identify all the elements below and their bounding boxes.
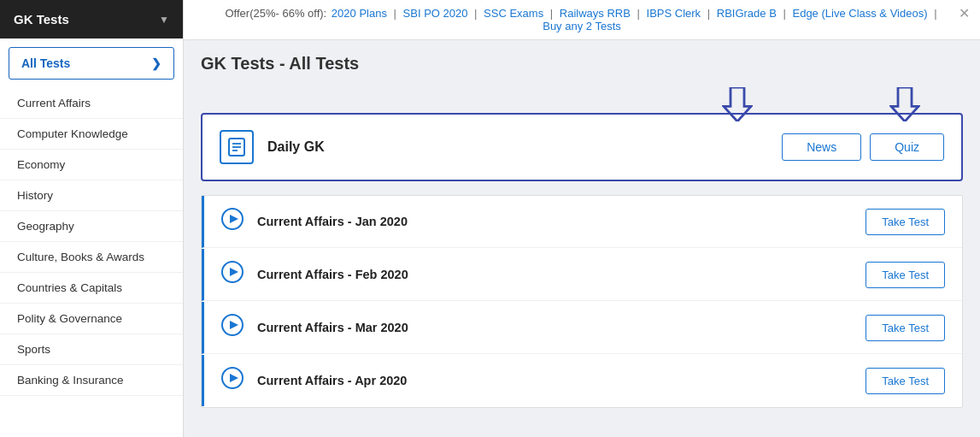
test-item-apr: Current Affairs - Apr 2020 Take Test — [202, 355, 962, 406]
take-test-button-feb[interactable]: Take Test — [866, 262, 945, 288]
daily-gk-icon — [220, 130, 254, 164]
page-title: GK Tests - All Tests — [201, 54, 963, 74]
play-icon — [221, 208, 244, 235]
svg-marker-1 — [891, 87, 918, 121]
test-item-feb: Current Affairs - Feb 2020 Take Test — [202, 249, 962, 301]
sidebar-title: GK Tests — [14, 12, 69, 27]
svg-marker-13 — [230, 374, 238, 382]
take-test-button-apr[interactable]: Take Test — [866, 368, 945, 394]
sidebar-item-geography[interactable]: Geography — [0, 211, 183, 242]
daily-gk-title: Daily GK — [267, 139, 773, 155]
sidebar-item-culture[interactable]: Culture, Books & Awards — [0, 242, 183, 273]
offer-bar: Offer(25%- 66% off): 2020 Plans | SBI PO… — [184, 0, 980, 40]
svg-marker-7 — [230, 215, 238, 223]
offer-link-ibps[interactable]: IBPS Clerk — [647, 7, 701, 20]
offer-link-plans[interactable]: 2020 Plans — [332, 7, 387, 20]
sidebar-item-computer-knowledge[interactable]: Computer Knowledge — [0, 119, 183, 150]
sidebar-header: GK Tests ▼ — [0, 0, 183, 38]
sidebar: GK Tests ▼ All Tests ❯ Current Affairs C… — [0, 0, 184, 437]
offer-link-buy2[interactable]: Buy any 2 Tests — [543, 20, 621, 32]
take-test-button-jan[interactable]: Take Test — [866, 209, 945, 235]
test-name-feb: Current Affairs - Feb 2020 — [257, 268, 866, 281]
chevron-down-icon: ▼ — [159, 14, 169, 26]
test-name-apr: Current Affairs - Apr 2020 — [257, 374, 866, 387]
svg-marker-9 — [230, 268, 238, 276]
arrow-quiz-indicator — [889, 87, 920, 121]
news-button[interactable]: News — [782, 133, 861, 161]
offer-link-edge[interactable]: Edge (Live Class & Videos) — [792, 7, 927, 20]
sidebar-item-polity[interactable]: Polity & Governance — [0, 304, 183, 334]
sidebar-item-current-affairs[interactable]: Current Affairs — [0, 88, 183, 119]
sidebar-item-history[interactable]: History — [0, 180, 183, 211]
test-item-jan: Current Affairs - Jan 2020 Take Test — [202, 196, 962, 248]
sidebar-item-economy[interactable]: Economy — [0, 150, 183, 180]
test-name-jan: Current Affairs - Jan 2020 — [257, 215, 866, 228]
test-item-mar: Current Affairs - Mar 2020 Take Test — [202, 302, 962, 354]
tests-container: Current Affairs - Jan 2020 Take Test Cur… — [201, 195, 963, 408]
page-content-area: GK Tests - All Tests Daily GK News — [184, 40, 980, 437]
offer-link-railways[interactable]: Railways RRB — [560, 7, 631, 20]
offer-link-ssc[interactable]: SSC Exams — [484, 7, 543, 20]
offer-prefix: Offer(25%- 66% off): — [225, 7, 326, 20]
sidebar-item-sports[interactable]: Sports — [0, 334, 183, 365]
offer-link-sbi[interactable]: SBI PO 2020 — [403, 7, 468, 20]
daily-gk-card: Daily GK News Quiz — [201, 113, 963, 181]
arrow-right-icon: ❯ — [151, 56, 161, 70]
take-test-button-mar[interactable]: Take Test — [866, 315, 945, 341]
play-icon — [221, 261, 244, 288]
svg-marker-0 — [724, 87, 751, 121]
test-name-mar: Current Affairs - Mar 2020 — [257, 321, 866, 334]
close-button[interactable]: ✕ — [959, 7, 970, 21]
sidebar-item-countries[interactable]: Countries & Capitals — [0, 273, 183, 304]
offer-links: 2020 Plans | SBI PO 2020 | SSC Exams | R… — [330, 7, 939, 20]
offer-link-rbi[interactable]: RBIGrade B — [717, 7, 777, 20]
svg-marker-11 — [230, 321, 238, 329]
all-tests-label: All Tests — [21, 56, 70, 70]
sidebar-menu: Current Affairs Computer Knowledge Econo… — [0, 85, 183, 437]
main-content: Offer(25%- 66% off): 2020 Plans | SBI PO… — [184, 0, 980, 437]
sidebar-item-banking[interactable]: Banking & Insurance — [0, 365, 183, 396]
play-icon — [221, 314, 244, 341]
quiz-button[interactable]: Quiz — [870, 133, 944, 161]
all-tests-button[interactable]: All Tests ❯ — [9, 47, 174, 80]
play-icon — [221, 367, 244, 394]
arrow-news-indicator — [722, 87, 753, 121]
